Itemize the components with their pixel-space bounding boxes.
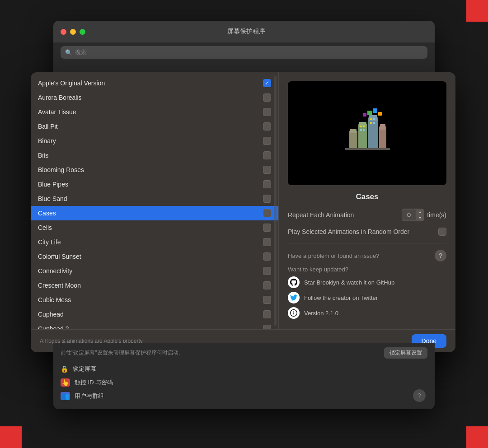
lock-screen-settings-btn[interactable]: 锁定屏幕设置 — [384, 347, 427, 359]
links-section: Have a problem or found an issue? ? Want… — [288, 243, 446, 322]
red-corner-bottom-left — [0, 426, 22, 448]
list-item-label: Connectivity — [38, 267, 263, 275]
preview-area — [288, 81, 446, 185]
svg-rect-10 — [378, 112, 382, 116]
red-corner-top-right — [466, 0, 488, 22]
svg-rect-13 — [360, 126, 362, 127]
red-corner-bottom-right — [466, 426, 488, 448]
svg-rect-14 — [363, 126, 365, 127]
bottom-item-touchid[interactable]: 👆 触控 ID 与密码 — [61, 376, 427, 389]
list-item[interactable]: Blooming Roses — [31, 163, 278, 177]
list-item-label: Cuphead — [38, 311, 263, 318]
list-item-checkbox[interactable] — [263, 180, 271, 188]
list-item[interactable]: Cubic Mess — [31, 293, 278, 307]
list-item[interactable]: Colorful Sunset — [31, 249, 278, 264]
list-item-checkbox[interactable]: ✓ — [263, 79, 271, 87]
stepper-value: 0 — [402, 210, 416, 220]
preview-graphic — [340, 108, 394, 158]
svg-rect-16 — [363, 129, 365, 131]
list-item[interactable]: City Life — [31, 235, 278, 249]
svg-rect-8 — [367, 111, 372, 115]
right-panel: Cases Repeat Each Animation 0 ▲ ▼ time(s… — [278, 72, 455, 329]
keep-updated-text: Want to keep updated? — [288, 266, 446, 273]
twitter-icon — [288, 292, 300, 303]
list-item-checkbox[interactable] — [263, 195, 271, 203]
list-item[interactable]: Aurora Borealis — [31, 90, 278, 105]
list-item-label: Blue Sand — [38, 195, 263, 202]
help-circle-btn[interactable]: ? — [413, 389, 426, 402]
bottom-item-lock[interactable]: 🔒 锁定屏幕 — [61, 362, 427, 376]
repeat-row: Repeat Each Animation 0 ▲ ▼ time(s) — [288, 209, 446, 221]
lock-icon: 🔒 — [61, 365, 68, 373]
svg-rect-11 — [363, 113, 366, 117]
github-label[interactable]: Star Brooklyn & watch it on GitHub — [304, 279, 394, 286]
help-text: Have a problem or found an issue? — [288, 252, 379, 259]
list-item-checkbox[interactable] — [263, 281, 271, 289]
bottom-window-content: 前往"锁定屏幕"设置来管理屏幕保护程序何时启动。 锁定屏幕设置 🔒 锁定屏幕 👆… — [53, 343, 435, 407]
list-item-label: Ball Pit — [38, 123, 263, 130]
list-item[interactable]: Cuphead 2 — [31, 322, 278, 329]
svg-rect-6 — [379, 126, 386, 149]
search-placeholder: 搜索 — [75, 48, 87, 56]
list-item-label: Cuphead 2 — [38, 325, 263, 329]
list-item-label: Crescent Moon — [38, 282, 263, 289]
list-item-checkbox[interactable] — [263, 166, 271, 174]
list-item-label: Cubic Mess — [38, 296, 263, 303]
list-item-checkbox[interactable] — [263, 108, 271, 116]
list-item-label: Bits — [38, 152, 263, 159]
list-item-label: Avatar Tissue — [38, 108, 263, 116]
list-item[interactable]: Cases — [31, 206, 278, 220]
twitter-label[interactable]: Follow the creator on Twitter — [304, 294, 378, 301]
list-item-checkbox[interactable] — [263, 151, 271, 159]
search-icon: 🔍 — [65, 49, 72, 56]
random-label: Play Selected Animations in Random Order — [288, 228, 409, 235]
touchid-icon: 👆 — [61, 378, 70, 387]
help-button[interactable]: ? — [435, 250, 446, 261]
bottom-item-users[interactable]: 👥 用户与群组 — [61, 389, 427, 403]
repeat-label: Repeat Each Animation — [288, 211, 354, 219]
list-item[interactable]: Blue Pipes — [31, 177, 278, 191]
list-item-checkbox[interactable] — [263, 238, 271, 246]
list-item-label: Cells — [38, 224, 263, 231]
bottom-sidebar: 🔒 锁定屏幕 👆 触控 ID 与密码 👥 用户与群组 — [61, 362, 427, 403]
list-item-checkbox[interactable] — [263, 137, 271, 145]
list-item-checkbox[interactable] — [263, 310, 271, 318]
list-item-checkbox[interactable] — [263, 325, 271, 329]
list-item[interactable]: Cells — [31, 220, 278, 235]
list-item[interactable]: Blue Sand — [31, 191, 278, 206]
list-item[interactable]: Crescent Moon — [31, 278, 278, 293]
scrollbar-track[interactable] — [274, 76, 277, 326]
list-item[interactable]: Apple's Original Version✓ — [31, 76, 278, 90]
users-icon: 👥 — [61, 392, 70, 400]
screensaver-modal: Apple's Original Version✓Aurora Borealis… — [31, 72, 455, 352]
list-item-checkbox[interactable] — [263, 296, 271, 304]
list-item[interactable]: Cuphead — [31, 307, 278, 322]
svg-rect-2 — [358, 124, 367, 149]
list-item-checkbox[interactable] — [263, 224, 271, 232]
list-item-checkbox[interactable] — [263, 122, 271, 131]
twitter-row: Follow the creator on Twitter — [288, 292, 446, 303]
list-item-checkbox[interactable] — [263, 209, 271, 217]
stepper-up[interactable]: ▲ — [416, 209, 424, 215]
list-item-checkbox[interactable] — [263, 93, 271, 102]
svg-rect-19 — [370, 122, 372, 124]
list-item[interactable]: Binary — [31, 134, 278, 148]
list-item-checkbox[interactable] — [263, 267, 271, 275]
list-item[interactable]: Avatar Tissue — [31, 105, 278, 119]
list-item-checkbox[interactable] — [263, 252, 271, 261]
controls-section: Repeat Each Animation 0 ▲ ▼ time(s) — [288, 209, 446, 236]
search-bar[interactable]: 🔍 搜索 — [61, 46, 427, 59]
list-item[interactable]: Bits — [31, 148, 278, 163]
repeat-stepper[interactable]: 0 ▲ ▼ — [402, 209, 424, 221]
stepper-down[interactable]: ▼ — [416, 215, 424, 221]
random-toggle[interactable] — [438, 228, 446, 236]
list-item[interactable]: Connectivity — [31, 264, 278, 278]
list-item[interactable]: Ball Pit — [31, 119, 278, 134]
version-label: Version 2.1.0 — [304, 310, 338, 317]
repeat-unit: time(s) — [427, 211, 446, 219]
svg-rect-1 — [350, 129, 357, 133]
screensaver-title: Cases — [288, 192, 446, 201]
svg-rect-17 — [370, 118, 372, 120]
window-title: 屏幕保护程序 — [65, 28, 427, 36]
version-row: Version 2.1.0 — [288, 307, 446, 319]
